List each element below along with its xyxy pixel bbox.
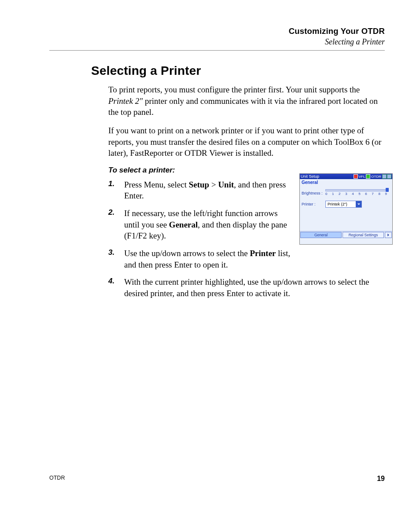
pane-body: Brightness : 0 1 2 3 4 5 6 7 8 9 — [300, 185, 392, 238]
step-number: 1. — [108, 179, 114, 189]
window-titlebar: Unit Setup VFL OTDR — [300, 174, 392, 179]
text-run: printer only and communicates with it vi… — [108, 96, 378, 117]
chapter-title: Customizing Your OTDR — [49, 26, 385, 36]
chevron-right-icon — [387, 233, 390, 237]
step-text: If necessary, use the left/right functio… — [124, 208, 291, 242]
vfl-label: VFL — [359, 175, 365, 179]
bottom-tab-bar: General Regional Settings — [300, 231, 392, 238]
text-run: > — [209, 180, 218, 189]
dropdown-button[interactable] — [356, 201, 361, 207]
bold-run: Setup — [189, 180, 209, 189]
otdr-label: OTDR — [371, 175, 381, 179]
step-text: Use the up/down arrows to select the Pri… — [124, 248, 300, 270]
step-text: With the current printer highlighted, us… — [124, 277, 369, 298]
text-run: Press Menu, select — [124, 180, 189, 189]
section-label: Selecting a Printer — [49, 37, 385, 47]
bold-run: Printer — [250, 249, 276, 258]
slider-track-icon — [325, 189, 387, 191]
header-divider — [49, 50, 385, 51]
bold-run: Unit — [218, 180, 234, 189]
page-footer: OTDR 19 — [49, 475, 385, 483]
tab-general[interactable]: General — [300, 232, 342, 238]
page-header: Customizing Your OTDR Selecting a Printe… — [49, 26, 385, 47]
tab-regional-settings[interactable]: Regional Settings — [343, 232, 384, 238]
slider-tick-label: 2 — [339, 192, 340, 196]
brightness-slider[interactable]: 0 1 2 3 4 5 6 7 8 9 — [325, 188, 391, 198]
footer-product: OTDR — [49, 475, 65, 483]
section-title: Selecting a Printer — [91, 64, 385, 78]
tray-icon — [387, 174, 391, 179]
device-screenshot: Unit Setup VFL OTDR General Brightness : — [299, 173, 393, 245]
step-4: 4. With the current printer highlighted,… — [108, 276, 385, 299]
tray-icons — [382, 174, 391, 179]
printer-dropdown[interactable]: Printek (2") — [325, 201, 362, 208]
slider-tick-label: 7 — [372, 192, 373, 196]
step-number: 4. — [108, 276, 114, 286]
step-number: 2. — [108, 208, 114, 218]
step-3: 3. Use the up/down arrows to select the … — [108, 248, 385, 270]
otdr-indicator-icon — [366, 174, 370, 179]
intro-paragraph-2: If you want to print on a network printe… — [108, 125, 385, 159]
slider-tick-label: 8 — [378, 192, 380, 196]
step-text: Press Menu, select Setup > Unit, and the… — [124, 179, 291, 202]
slider-tick-label: 6 — [365, 192, 367, 196]
slider-thumb-icon[interactable] — [386, 188, 389, 192]
slider-tick-label: 4 — [352, 192, 354, 196]
slider-ticks: 0 1 2 3 4 5 6 7 8 9 — [325, 192, 387, 196]
brightness-label: Brightness : — [302, 191, 325, 195]
chevron-down-icon — [357, 202, 361, 206]
page-number: 19 — [377, 475, 385, 483]
brightness-row: Brightness : 0 1 2 3 4 5 6 7 8 9 — [302, 188, 391, 198]
intro-paragraph-1: To print reports, you must configure the… — [108, 84, 385, 118]
printer-model: Printek 2" — [108, 96, 143, 106]
text-run: Use the up/down arrows to select the — [124, 249, 250, 258]
slider-tick-label: 9 — [385, 192, 387, 196]
text-run: To print reports, you must configure the… — [108, 85, 360, 94]
tab-scroll-right-button[interactable] — [385, 232, 392, 238]
status-area: VFL OTDR — [354, 174, 391, 179]
printer-label: Printer : — [302, 202, 325, 206]
slider-tick-label: 3 — [345, 192, 347, 196]
window-title: Unit Setup — [301, 174, 319, 179]
printer-dropdown-value: Printek (2") — [326, 201, 356, 207]
slider-tick-label: 0 — [325, 192, 327, 196]
vfl-indicator-icon — [354, 174, 358, 179]
active-tab-label: General — [300, 179, 392, 185]
step-number: 3. — [108, 248, 114, 258]
slider-tick-label: 1 — [332, 192, 334, 196]
slider-tick-label: 5 — [358, 192, 360, 196]
bold-run: General — [169, 220, 198, 229]
tray-icon — [382, 174, 387, 179]
printer-row: Printer : Printek (2") — [302, 201, 391, 208]
